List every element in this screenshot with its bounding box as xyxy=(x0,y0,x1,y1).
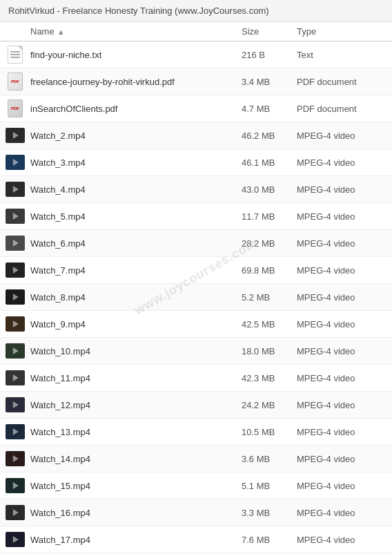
file-name: freelance-journey-by-rohit-virkud.pdf xyxy=(30,77,242,87)
file-size: 69.8 MB xyxy=(242,265,297,276)
table-row[interactable]: Watch_14.mp4 3.6 MB MPEG-4 video xyxy=(0,446,392,472)
table-row[interactable]: Watch_6.mp4 28.2 MB MPEG-4 video xyxy=(0,230,392,257)
file-type: MPEG-4 video xyxy=(297,211,386,222)
file-size: 46.1 MB xyxy=(242,157,297,168)
file-size: 18.0 MB xyxy=(242,346,297,356)
table-row[interactable]: PDF inSearchOfClients.pdf 4.7 MB PDF doc… xyxy=(0,95,392,122)
file-name: Watch_16.mp4 xyxy=(30,508,242,518)
file-type: MPEG-4 video xyxy=(297,238,386,249)
table-row[interactable]: Watch_4.mp4 43.0 MB MPEG-4 video xyxy=(0,176,392,203)
file-name: Watch_7.mp4 xyxy=(30,265,242,276)
video-thumbnail-icon xyxy=(6,505,25,520)
pdf-icon: PDF xyxy=(8,73,23,90)
file-type: MPEG-4 video xyxy=(297,131,386,141)
file-icon xyxy=(6,153,25,172)
file-size: 42.3 MB xyxy=(242,373,297,383)
table-row[interactable]: Watch_3.mp4 46.1 MB MPEG-4 video xyxy=(0,149,392,176)
file-type: MPEG-4 video xyxy=(297,427,386,437)
file-size: 43.0 MB xyxy=(242,184,297,195)
file-icon: PDF xyxy=(6,72,25,91)
file-icon xyxy=(6,530,25,549)
table-row[interactable]: Watch_12.mp4 24.2 MB MPEG-4 video xyxy=(0,392,392,419)
table-row[interactable]: Watch_11.mp4 42.3 MB MPEG-4 video xyxy=(0,365,392,392)
file-icon xyxy=(6,503,25,522)
file-size: 7.6 MB xyxy=(242,535,297,545)
size-column-header: Size xyxy=(242,26,259,37)
table-row[interactable]: Watch_7.mp4 69.8 MB MPEG-4 video xyxy=(0,257,392,284)
file-type: PDF document xyxy=(297,77,386,87)
video-thumbnail-icon xyxy=(6,370,25,385)
file-type: PDF document xyxy=(297,104,386,114)
file-name: Watch_13.mp4 xyxy=(30,427,242,437)
table-row[interactable]: Watch_15.mp4 5.1 MB MPEG-4 video xyxy=(0,472,392,499)
file-name: find-your-niche.txt xyxy=(30,50,242,60)
file-name: Watch_9.mp4 xyxy=(30,319,242,329)
file-type: MPEG-4 video xyxy=(297,535,386,545)
file-icon xyxy=(6,45,25,64)
file-size: 4.7 MB xyxy=(242,104,297,114)
file-size: 3.6 MB xyxy=(242,454,297,464)
file-size: 28.2 MB xyxy=(242,238,297,249)
file-type: MPEG-4 video xyxy=(297,292,386,303)
table-row[interactable]: Watch_17.mp4 7.6 MB MPEG-4 video xyxy=(0,526,392,553)
table-row[interactable]: Watch_5.mp4 11.7 MB MPEG-4 video xyxy=(0,203,392,230)
table-header: Name ▲ Size Type xyxy=(0,22,392,41)
file-type: MPEG-4 video xyxy=(297,157,386,168)
file-size: 5.2 MB xyxy=(242,292,297,303)
file-type: MPEG-4 video xyxy=(297,508,386,518)
file-type: MPEG-4 video xyxy=(297,481,386,491)
video-thumbnail-icon xyxy=(6,424,25,439)
name-column-header: Name xyxy=(30,26,55,37)
file-size: 5.1 MB xyxy=(242,481,297,491)
file-icon xyxy=(6,260,25,280)
file-name: Watch_6.mp4 xyxy=(30,238,242,249)
table-row[interactable]: Watch_13.mp4 10.5 MB MPEG-4 video xyxy=(0,419,392,446)
file-name: inSearchOfClients.pdf xyxy=(30,104,242,114)
file-size: 10.5 MB xyxy=(242,427,297,437)
file-size: 46.2 MB xyxy=(242,131,297,141)
table-row[interactable]: Watch_10.mp4 18.0 MB MPEG-4 video xyxy=(0,338,392,365)
video-thumbnail-icon xyxy=(6,209,25,224)
file-name: Watch_10.mp4 xyxy=(30,346,242,356)
table-row[interactable]: find-your-niche.txt 216 B Text xyxy=(0,41,392,68)
window-title: RohitVirkud - Freelance Honesty Training… xyxy=(8,6,269,16)
file-icon xyxy=(6,180,25,199)
file-name: Watch_11.mp4 xyxy=(30,373,242,383)
video-thumbnail-icon xyxy=(6,397,25,412)
file-icon xyxy=(6,395,25,414)
video-thumbnail-icon xyxy=(6,128,25,143)
file-name: Watch_2.mp4 xyxy=(30,131,242,141)
file-list: find-your-niche.txt 216 B Text PDF freel… xyxy=(0,41,392,554)
video-thumbnail-icon xyxy=(6,155,25,170)
file-type: MPEG-4 video xyxy=(297,265,386,276)
file-name: Watch_5.mp4 xyxy=(30,211,242,222)
file-size: 24.2 MB xyxy=(242,400,297,410)
file-icon xyxy=(6,233,25,253)
file-type: MPEG-4 video xyxy=(297,454,386,464)
video-thumbnail-icon xyxy=(6,182,25,197)
file-size: 3.3 MB xyxy=(242,508,297,518)
file-name: Watch_14.mp4 xyxy=(30,454,242,464)
file-type: MPEG-4 video xyxy=(297,346,386,356)
table-row[interactable]: Watch_2.mp4 46.2 MB MPEG-4 video xyxy=(0,122,392,149)
table-row[interactable]: PDF freelance-journey-by-rohit-virkud.pd… xyxy=(0,68,392,95)
file-name: Watch_8.mp4 xyxy=(30,292,242,303)
file-icon xyxy=(6,126,25,145)
file-name: Watch_17.mp4 xyxy=(30,535,242,545)
video-thumbnail-icon xyxy=(6,532,25,547)
file-name: Watch_4.mp4 xyxy=(30,184,242,195)
file-icon xyxy=(6,207,25,226)
file-size: 11.7 MB xyxy=(242,211,297,222)
video-thumbnail-icon xyxy=(6,262,25,278)
file-icon: PDF xyxy=(6,99,25,118)
file-icon xyxy=(6,422,25,441)
file-icon xyxy=(6,368,25,388)
file-icon xyxy=(6,287,25,307)
file-name: Watch_12.mp4 xyxy=(30,400,242,410)
file-icon xyxy=(6,314,25,334)
table-row[interactable]: Watch_9.mp4 42.5 MB MPEG-4 video xyxy=(0,311,392,338)
video-thumbnail-icon xyxy=(6,343,25,359)
table-row[interactable]: Watch_16.mp4 3.3 MB MPEG-4 video xyxy=(0,499,392,526)
video-thumbnail-icon xyxy=(6,316,25,332)
table-row[interactable]: Watch_8.mp4 5.2 MB MPEG-4 video xyxy=(0,284,392,311)
